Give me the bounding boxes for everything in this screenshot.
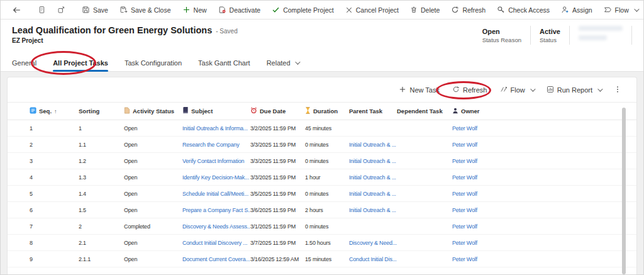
new-label: New xyxy=(194,6,207,14)
cell-due-date: 3/3/2025 11:59 PM xyxy=(250,158,305,164)
delete-button[interactable]: Delete xyxy=(404,3,445,18)
form-view-button[interactable] xyxy=(32,3,52,18)
cell-subject-link[interactable]: Verify Contact Information xyxy=(182,158,250,164)
cell-subject-link[interactable]: Identify Key Decision-Mak... xyxy=(182,174,250,181)
cell-subject-link[interactable]: Document Current Covera... xyxy=(182,256,250,262)
column-header-seq[interactable]: Seq. ↑ xyxy=(30,107,79,115)
cell-owner-link[interactable]: Peter Wolf xyxy=(452,174,636,181)
cell-subject-link[interactable]: Conduct Initial Discovery ... xyxy=(182,240,250,246)
flow-menu-button[interactable]: Flow xyxy=(598,3,643,18)
save-label: Save xyxy=(93,6,108,14)
check-access-button[interactable]: Check Access xyxy=(491,3,555,18)
complete-project-label: Complete Project xyxy=(283,6,334,14)
column-header-parent-task[interactable]: Parent Task xyxy=(349,108,397,115)
cell-seq: 6 xyxy=(30,207,79,213)
vertical-scrollbar[interactable] xyxy=(622,108,626,274)
cell-activity-status: Open xyxy=(124,174,182,181)
save-close-icon xyxy=(119,6,128,14)
chevron-down-icon xyxy=(295,59,300,64)
tab-related[interactable]: Related xyxy=(267,55,299,72)
cell-parent-task-link[interactable]: Initial Outreach & ... xyxy=(349,174,397,181)
tab-content-area: New Task Refresh Flow Run Report xyxy=(1,72,643,274)
cell-due-date: 3/6/2025 11:59 PM xyxy=(250,207,305,213)
table-row[interactable]: 6 1.5 Open Prepare a Company Fact S... 3… xyxy=(8,202,636,218)
cell-owner-link[interactable]: Peter Wolf xyxy=(452,191,636,197)
back-button[interactable] xyxy=(7,3,27,18)
divider xyxy=(631,26,632,45)
deactivate-icon xyxy=(218,6,226,14)
cell-owner-link[interactable]: Peter Wolf xyxy=(452,240,636,246)
cell-parent-task-link[interactable]: Initial Outreach & ... xyxy=(349,191,397,197)
cell-duration: 0 minutes xyxy=(305,158,349,164)
alarm-clock-icon xyxy=(250,107,257,115)
cell-subject-link[interactable]: Initial Outreach & Informa... xyxy=(182,125,250,132)
plus-icon xyxy=(182,6,191,14)
refresh-button[interactable]: Refresh xyxy=(445,3,491,18)
table-row[interactable]: 1 1 Open Initial Outreach & Informa... 3… xyxy=(8,120,636,137)
cell-sorting: 1.2 xyxy=(79,158,124,164)
cell-owner-link[interactable]: Peter Wolf xyxy=(452,158,636,164)
grid-more-button[interactable] xyxy=(609,82,626,98)
tab-task-configuration[interactable]: Task Configuration xyxy=(125,55,182,72)
cell-parent-task-link[interactable]: Discovery & Need... xyxy=(349,240,397,246)
cell-owner-link[interactable]: Peter Wolf xyxy=(452,223,636,230)
new-button[interactable]: New xyxy=(177,3,213,18)
table-row[interactable]: 4 1.3 Open Identify Key Decision-Mak... … xyxy=(8,169,636,186)
column-header-sorting[interactable]: Sorting xyxy=(79,108,124,115)
popout-button[interactable] xyxy=(52,3,71,18)
tab-task-gantt-chart[interactable]: Task Gantt Chart xyxy=(198,55,250,72)
cell-parent-task-link[interactable]: Conduct Initial Dis... xyxy=(349,256,397,262)
table-row[interactable]: 5 1.4 Open Schedule Initial Call/Meeti..… xyxy=(8,186,636,202)
column-header-activity-status[interactable]: Activity Status xyxy=(124,107,182,115)
cell-subject-link[interactable]: Schedule Initial Call/Meeti... xyxy=(182,191,250,197)
cell-subject-link[interactable]: Discovery & Needs Assess... xyxy=(182,223,250,230)
cell-parent-task-link[interactable]: Initial Outreach & ... xyxy=(349,142,397,148)
cell-duration: 15 minutes xyxy=(305,256,349,262)
status-label: Status xyxy=(540,36,560,43)
status-reason-label: Status Reason xyxy=(482,36,521,43)
cell-owner-link[interactable]: Peter Wolf xyxy=(452,125,636,132)
cell-duration: 45 minutes xyxy=(305,125,349,132)
key-magnifier-icon xyxy=(497,6,505,14)
cancel-project-button[interactable]: Cancel Project xyxy=(340,3,404,18)
column-header-dependent-task[interactable]: Dependent Task xyxy=(397,108,452,115)
column-header-owner[interactable]: Owner xyxy=(452,108,636,115)
table-row[interactable]: 8 2.1 Open Conduct Initial Discovery ...… xyxy=(8,235,636,251)
cell-seq: 8 xyxy=(30,240,79,246)
tab-general[interactable]: General xyxy=(12,55,36,72)
complete-project-button[interactable]: Complete Project xyxy=(266,3,340,18)
grid-rows: 1 1 Open Initial Outreach & Informa... 3… xyxy=(8,120,636,267)
cell-subject-link[interactable]: Prepare a Company Fact S... xyxy=(182,207,250,213)
redacted-owner-info xyxy=(579,26,623,45)
new-task-button[interactable]: New Task xyxy=(394,82,444,98)
divider xyxy=(530,26,531,45)
cell-activity-status: Completed xyxy=(124,223,182,230)
assign-button[interactable]: Assign xyxy=(555,3,598,18)
table-row[interactable]: 9 2.1.1 Open Document Current Covera... … xyxy=(8,251,636,267)
run-report-button[interactable]: Run Report xyxy=(541,82,606,98)
grid-flow-button[interactable]: Flow xyxy=(495,82,539,98)
save-button[interactable]: Save xyxy=(76,3,114,18)
cell-subject-link[interactable]: Research the Company xyxy=(182,142,250,148)
form-icon xyxy=(38,6,46,14)
save-and-close-button[interactable]: Save & Close xyxy=(114,3,177,18)
cell-activity-status: Open xyxy=(124,142,182,148)
cell-owner-link[interactable]: Peter Wolf xyxy=(452,256,636,262)
tab-bar: General All Project Tasks Task Configura… xyxy=(1,55,643,72)
deactivate-button[interactable]: Deactivate xyxy=(213,3,267,18)
column-header-due-date[interactable]: Due Date xyxy=(250,107,305,115)
cell-owner-link[interactable]: Peter Wolf xyxy=(452,207,636,213)
column-header-duration[interactable]: Duration xyxy=(305,107,349,115)
table-row[interactable]: 2 1.1 Open Research the Company 3/3/2025… xyxy=(8,137,636,153)
chevron-down-icon xyxy=(597,86,602,91)
cell-owner-link[interactable]: Peter Wolf xyxy=(452,142,636,148)
tab-all-project-tasks[interactable]: All Project Tasks xyxy=(53,55,108,72)
table-row[interactable]: 7 2 Completed Discovery & Needs Assess..… xyxy=(8,218,636,235)
cell-parent-task-link[interactable]: Initial Outreach & ... xyxy=(349,158,397,164)
table-row[interactable]: 3 1.2 Open Verify Contact Information 3/… xyxy=(8,153,636,169)
column-header-subject[interactable]: Subject xyxy=(182,107,250,115)
grid-refresh-button[interactable]: Refresh xyxy=(447,82,492,98)
cell-parent-task-link[interactable]: Initial Outreach & ... xyxy=(349,207,397,213)
grid-header-row: Seq. ↑ Sorting Activity Status Subject xyxy=(8,103,636,120)
dynamics-project-window: Save Save & Close New Deactivate Complet… xyxy=(0,0,644,275)
